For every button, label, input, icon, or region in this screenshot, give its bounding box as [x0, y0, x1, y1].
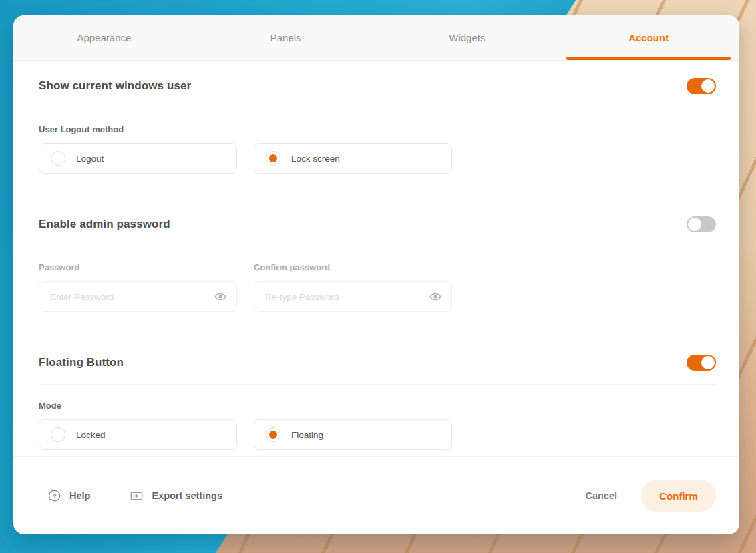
radio-label: Logout [76, 154, 104, 164]
tab-label: Appearance [77, 32, 131, 43]
radio-circle-selected [266, 151, 280, 166]
section-title: Show current windows user [39, 79, 191, 93]
tab-panels[interactable]: Panels [195, 15, 377, 60]
help-button[interactable]: ? Help [47, 488, 90, 504]
tab-appearance[interactable]: Appearance [13, 15, 195, 60]
tab-account[interactable]: Account [558, 15, 739, 60]
mode-label: Mode [39, 401, 716, 411]
eye-icon[interactable] [429, 290, 442, 303]
footer-right-actions: Cancel Confirm [585, 480, 716, 512]
account-settings-content: Show current windows user User Logout me… [13, 61, 739, 456]
eye-icon[interactable] [214, 290, 227, 303]
cancel-button[interactable]: Cancel [585, 490, 617, 501]
section-show-windows-user: Show current windows user [39, 61, 716, 108]
chat-bubble-question-icon: ? [47, 488, 62, 504]
confirm-password-label: Confirm password [254, 262, 452, 272]
section-admin-password: Enable admin password [39, 202, 716, 246]
section-title: Enable admin password [39, 218, 170, 231]
mode-options: Locked Floating [39, 419, 716, 450]
export-box-arrow-icon [129, 488, 144, 504]
confirm-password-field-group: Confirm password [254, 246, 452, 312]
export-settings-label: Export settings [152, 490, 222, 501]
radio-label: Locked [76, 430, 106, 440]
radio-option-logout[interactable]: Logout [39, 143, 237, 174]
radio-circle [51, 427, 65, 442]
floating-button-toggle[interactable] [687, 355, 716, 371]
password-label: Password [39, 262, 237, 272]
radio-option-lock-screen[interactable]: Lock screen [254, 143, 452, 174]
radio-option-floating[interactable]: Floating [254, 419, 452, 450]
radio-label: Lock screen [291, 154, 340, 164]
confirm-button[interactable]: Confirm [641, 480, 716, 512]
section-title: Floating Button [39, 356, 124, 369]
footer-left-actions: ? Help Export settings [47, 488, 222, 504]
export-settings-button[interactable]: Export settings [129, 488, 222, 504]
radio-label: Floating [291, 430, 323, 440]
password-input[interactable] [50, 292, 214, 302]
tab-label: Panels [270, 32, 301, 43]
logout-method-label: User Logout method [39, 124, 716, 134]
toggle-knob [688, 218, 701, 231]
show-windows-user-toggle[interactable] [687, 78, 716, 94]
admin-password-toggle[interactable] [687, 216, 716, 232]
tab-bar: Appearance Panels Widgets Account [13, 15, 739, 61]
dialog-footer: ? Help Export settings Cancel Confirm [13, 456, 739, 534]
password-field-group: Password [39, 246, 237, 312]
toggle-knob [701, 356, 715, 369]
tab-label: Account [628, 32, 669, 43]
confirm-password-input[interactable] [265, 292, 429, 302]
section-floating-button: Floating Button [39, 340, 716, 385]
radio-circle-selected [266, 427, 280, 442]
password-input-wrap [39, 281, 237, 312]
tab-widgets[interactable]: Widgets [377, 15, 558, 60]
radio-circle [51, 151, 65, 166]
tab-active-underline [566, 57, 731, 60]
password-fields-row: Password Confirm password [39, 246, 716, 312]
logout-method-options: Logout Lock screen [39, 143, 716, 174]
settings-dialog: Appearance Panels Widgets Account Show c… [13, 15, 739, 534]
tab-label: Widgets [449, 32, 485, 43]
svg-text:?: ? [53, 492, 57, 499]
confirm-password-input-wrap [254, 281, 452, 312]
radio-option-locked[interactable]: Locked [39, 419, 237, 450]
help-label: Help [69, 490, 90, 501]
toggle-knob [701, 79, 715, 93]
